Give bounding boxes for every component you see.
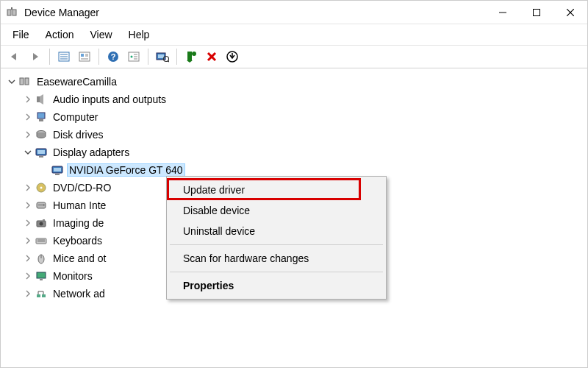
imaging-icon (35, 216, 48, 230)
scan-hardware-button[interactable] (153, 48, 172, 66)
tree-category[interactable]: Disk drives (4, 126, 584, 144)
category-label[interactable]: Human Inte (51, 199, 108, 212)
help-button[interactable]: ? (104, 48, 123, 66)
category-label[interactable]: Monitors (51, 269, 95, 283)
close-button[interactable] (553, 1, 587, 24)
chevron-right-icon[interactable] (23, 130, 33, 140)
context-menu-separator (170, 272, 383, 272)
svg-line-26 (168, 61, 170, 63)
tree-category[interactable]: Computer (4, 108, 584, 126)
back-button[interactable] (5, 48, 24, 66)
display-icon (51, 163, 64, 177)
context-menu-separator (170, 244, 383, 245)
svg-rect-43 (54, 168, 61, 171)
menu-help[interactable]: Help (121, 27, 157, 42)
category-label[interactable]: Keyboards (51, 234, 104, 247)
category-label[interactable]: Disk drives (51, 128, 105, 141)
chevron-right-icon[interactable] (23, 200, 33, 210)
disable-device-button[interactable] (202, 48, 221, 66)
chevron-right-icon[interactable] (23, 94, 33, 105)
menu-action[interactable]: Action (38, 27, 82, 42)
tree-category[interactable]: Audio inputs and outputs (4, 91, 584, 108)
context-menu-item[interactable]: Disable device (168, 200, 384, 221)
app-icon (7, 7, 18, 18)
chevron-right-icon[interactable] (23, 218, 33, 228)
svg-rect-4 (534, 9, 540, 15)
svg-rect-40 (37, 150, 45, 154)
chevron-down-icon[interactable] (7, 77, 17, 87)
pc-icon (35, 110, 48, 124)
chevron-right-icon[interactable] (23, 112, 33, 122)
tree-root[interactable]: EasewareCamilla (4, 73, 584, 91)
properties-list-button[interactable] (54, 48, 74, 66)
svg-point-28 (192, 52, 196, 56)
menubar: File Action View Help (1, 24, 587, 46)
svg-rect-2 (11, 7, 12, 10)
disk-icon (35, 128, 48, 141)
svg-rect-37 (39, 119, 43, 121)
properties-card-button[interactable] (75, 48, 94, 66)
chevron-down-icon[interactable] (23, 147, 33, 158)
svg-rect-49 (43, 205, 45, 206)
chevron-right-icon[interactable] (23, 253, 33, 263)
svg-point-51 (40, 222, 43, 226)
category-label[interactable]: DVD/CD-RO (51, 181, 113, 194)
svg-rect-24 (158, 54, 164, 58)
svg-rect-48 (38, 205, 43, 205)
display-icon (35, 146, 48, 159)
titlebar: Device Manager (1, 1, 587, 24)
svg-rect-41 (39, 156, 43, 158)
forward-button[interactable] (26, 48, 45, 66)
svg-text:?: ? (111, 52, 116, 61)
svg-point-19 (131, 56, 133, 58)
category-label[interactable]: Network ad (51, 287, 107, 300)
svg-rect-34 (25, 78, 29, 85)
mouse-icon (35, 252, 48, 265)
chevron-right-icon[interactable] (23, 236, 33, 246)
monitor-icon (35, 269, 48, 283)
device-label[interactable]: NVIDIA GeForce GT 640 (67, 163, 185, 177)
svg-point-46 (40, 187, 43, 189)
svg-rect-61 (42, 294, 46, 297)
context-menu-item[interactable]: Update driver (168, 180, 384, 200)
root-label[interactable]: EasewareCamilla (35, 75, 119, 88)
context-menu-item[interactable]: Uninstall device (168, 221, 384, 241)
tree-category[interactable]: Display adapters (4, 144, 584, 161)
svg-rect-12 (81, 54, 84, 57)
svg-rect-52 (43, 219, 45, 221)
show-hidden-button[interactable] (124, 48, 143, 66)
enable-device-button[interactable] (182, 48, 201, 66)
svg-rect-44 (55, 174, 60, 175)
computer-icon (18, 75, 32, 88)
maximize-button[interactable] (520, 1, 553, 24)
menu-file[interactable]: File (5, 27, 37, 42)
category-label[interactable]: Display adapters (51, 146, 132, 159)
context-menu-item[interactable]: Scan for hardware changes (168, 248, 384, 269)
hid-icon (35, 199, 48, 212)
svg-rect-27 (187, 52, 192, 60)
chevron-right-icon[interactable] (23, 271, 33, 281)
menu-view[interactable]: View (82, 27, 119, 42)
context-menu-item[interactable]: Properties (168, 275, 384, 296)
device-tree[interactable]: EasewareCamilla Audio inputs and outputs… (1, 68, 587, 307)
uninstall-device-button[interactable] (223, 48, 242, 66)
context-menu: Update driverDisable deviceUninstall dev… (166, 176, 387, 300)
toolbar-sep (148, 49, 148, 65)
svg-rect-35 (37, 96, 40, 102)
audio-icon (35, 93, 48, 106)
category-label[interactable]: Computer (51, 110, 100, 124)
dvd-icon (35, 181, 48, 194)
svg-rect-58 (37, 272, 46, 278)
chevron-right-icon[interactable] (23, 289, 33, 299)
minimize-button[interactable] (486, 1, 520, 24)
window-title: Device Manager (24, 7, 486, 18)
category-label[interactable]: Audio inputs and outputs (51, 93, 168, 106)
category-label[interactable]: Imaging de (51, 216, 106, 230)
network-icon (35, 287, 48, 300)
svg-rect-59 (40, 279, 43, 280)
svg-rect-33 (20, 78, 24, 85)
category-label[interactable]: Mice and ot (51, 252, 108, 265)
toolbar-sep (176, 49, 177, 65)
svg-rect-1 (12, 10, 16, 15)
chevron-right-icon[interactable] (23, 183, 33, 193)
